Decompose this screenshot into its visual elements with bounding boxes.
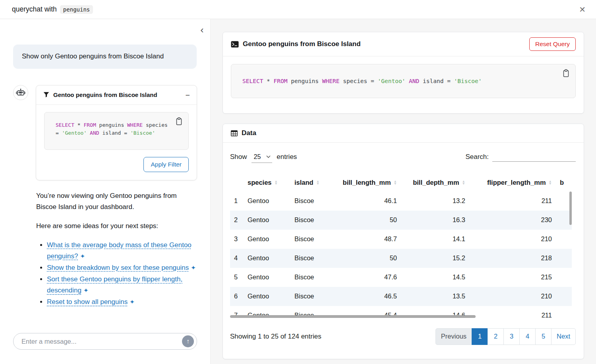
row-number: 1 <box>230 192 244 211</box>
cell-truncated <box>556 268 572 287</box>
assistant-paragraph: Here are some ideas for your next steps: <box>36 221 197 232</box>
close-icon[interactable]: ✕ <box>579 6 586 14</box>
suggestion-link-sort-flipper[interactable]: Sort these Gentoo penguins by flipper le… <box>47 275 182 294</box>
column-header-truncated[interactable]: b <box>556 174 572 192</box>
column-header-bill-length[interactable]: bill_length_mm▲▼ <box>332 174 401 192</box>
reset-query-button[interactable]: Reset Query <box>529 37 576 51</box>
list-item: Reset to show all penguins✦ <box>47 296 197 308</box>
app-content: ‹ Show only Gentoo penguins from Biscoe … <box>0 19 596 364</box>
cell-bill-depth: 14.5 <box>401 268 469 287</box>
assistant-paragraph: You’re now viewing only Gentoo penguins … <box>36 190 197 213</box>
assistant-message-row: Gentoo penguins from Biscoe Island – SEL… <box>13 85 197 180</box>
sidebar-collapse-icon[interactable]: ‹ <box>200 25 204 35</box>
copy-icon[interactable] <box>561 68 571 79</box>
app-title: querychat with <box>12 5 57 14</box>
page-button-2[interactable]: 2 <box>488 328 504 345</box>
sql-token: penguins <box>96 122 127 128</box>
table-row[interactable]: 3 Gentoo Biscoe 48.7 14.1 210 <box>230 230 572 249</box>
cell-flipper-length: 211 <box>469 306 556 319</box>
cell-bill-length: 50 <box>332 249 401 268</box>
sql-code-block: SELECT * FROM penguins WHERE species = '… <box>44 112 189 150</box>
assistant-avatar <box>13 85 28 100</box>
suggestion-link-breakdown-by-sex[interactable]: Show the breakdown by sex for these peng… <box>47 264 189 271</box>
cell-island: Biscoe <box>290 211 332 230</box>
sql-token: FROM <box>274 78 288 84</box>
suggestion-list: What is the average body mass of these G… <box>47 240 197 308</box>
sparkle-icon: ✦ <box>130 297 135 307</box>
cell-bill-depth: 13.5 <box>401 287 469 306</box>
row-number: 6 <box>230 287 244 306</box>
cell-island: Biscoe <box>290 249 332 268</box>
data-card-header: Data <box>223 124 584 143</box>
data-table-viewport: species▲▼ island▲▼ bill_length_mm▲▼ bill… <box>230 174 572 319</box>
sql-token: island = <box>99 130 130 136</box>
message-input[interactable] <box>13 333 197 350</box>
cell-species: Gentoo <box>244 192 290 211</box>
query-card-title: Gentoo penguins from Biscoe Island <box>243 40 361 48</box>
table-row[interactable]: 1 Gentoo Biscoe 46.1 13.2 211 <box>230 192 572 211</box>
cell-flipper-length: 210 <box>469 287 556 306</box>
cell-bill-length: 46.5 <box>332 287 401 306</box>
sql-token: 'Gentoo' <box>378 78 406 84</box>
cell-bill-depth: 14.1 <box>401 230 469 249</box>
next-page-button[interactable]: Next <box>551 328 576 345</box>
sparkle-icon: ✦ <box>83 286 89 296</box>
query-card-body: SELECT * FROM penguins WHERE species = '… <box>223 56 584 113</box>
column-header-bill-depth[interactable]: bill_depth_mm▲▼ <box>401 174 469 192</box>
cell-bill-length: 46.1 <box>332 192 401 211</box>
page-button-5[interactable]: 5 <box>535 328 551 345</box>
table-row[interactable]: 2 Gentoo Biscoe 50 16.3 230 <box>230 211 572 230</box>
previous-page-button[interactable]: Previous <box>435 328 472 345</box>
page-button-4[interactable]: 4 <box>519 328 536 345</box>
sql-token: WHERE <box>127 122 143 128</box>
apply-filter-button[interactable]: Apply Filter <box>143 157 189 172</box>
table-row[interactable]: 4 Gentoo Biscoe 50 15.2 218 <box>230 249 572 268</box>
query-card: Gentoo penguins from Biscoe Island Reset… <box>223 32 584 114</box>
cell-species: Gentoo <box>244 268 290 287</box>
table-header-row: species▲▼ island▲▼ bill_length_mm▲▼ bill… <box>230 174 572 192</box>
cell-truncated <box>556 287 572 306</box>
data-card: Data Show 25 entries Search: <box>223 124 584 359</box>
cell-species: Gentoo <box>244 249 290 268</box>
column-header-island[interactable]: island▲▼ <box>290 174 332 192</box>
cell-species: Gentoo <box>244 287 290 306</box>
table-row[interactable]: 5 Gentoo Biscoe 47.6 14.5 215 <box>230 268 572 287</box>
suggestion-link-avg-body-mass[interactable]: What is the average body mass of these G… <box>47 241 192 260</box>
suggestion-link-reset[interactable]: Reset to show all penguins <box>47 298 128 306</box>
row-number: 2 <box>230 211 244 230</box>
cell-bill-depth: 16.3 <box>401 211 469 230</box>
list-item: Sort these Gentoo penguins by flipper le… <box>47 274 197 296</box>
filter-card-header: Gentoo penguins from Biscoe Island – <box>36 85 197 105</box>
search-input[interactable] <box>492 152 576 162</box>
minus-collapse-icon[interactable]: – <box>186 91 190 99</box>
chat-input-row: ↑ <box>13 333 197 350</box>
sql-token: SELECT <box>242 78 263 84</box>
sort-icon: ▲▼ <box>394 180 397 185</box>
column-header-species[interactable]: species▲▼ <box>244 174 290 192</box>
entries-info: Showing 1 to 25 of 124 entries <box>230 333 321 341</box>
cell-flipper-length: 210 <box>469 230 556 249</box>
filter-card-title: Gentoo penguins from Biscoe Island <box>53 91 186 98</box>
send-button[interactable]: ↑ <box>182 335 194 347</box>
cell-species: Gentoo <box>244 230 290 249</box>
sparkle-icon: ✦ <box>80 252 85 261</box>
page-size-select[interactable]: 25 <box>252 153 273 163</box>
column-header-flipper-length[interactable]: flipper_length_mm▲▼ <box>469 174 556 192</box>
table-row[interactable]: 6 Gentoo Biscoe 46.5 13.5 210 <box>230 287 572 306</box>
sort-icon: ▲▼ <box>549 180 552 185</box>
sql-token: 'Biscoe' <box>454 78 482 84</box>
robot-icon <box>16 88 25 97</box>
search-label: Search: <box>465 153 489 161</box>
vertical-scrollbar[interactable] <box>569 192 572 225</box>
copy-icon[interactable] <box>174 116 184 128</box>
sql-token: * <box>263 78 273 84</box>
cell-flipper-length: 211 <box>469 192 556 211</box>
horizontal-scrollbar[interactable] <box>230 315 476 318</box>
data-card-title: Data <box>242 129 256 137</box>
sql-token: AND <box>409 78 419 84</box>
sql-token: FROM <box>83 122 96 128</box>
sql-token: * <box>74 122 83 128</box>
page-button-1[interactable]: 1 <box>472 328 488 345</box>
page-button-3[interactable]: 3 <box>503 328 520 345</box>
pagination: Previous 1 2 3 4 5 Next <box>435 328 576 345</box>
